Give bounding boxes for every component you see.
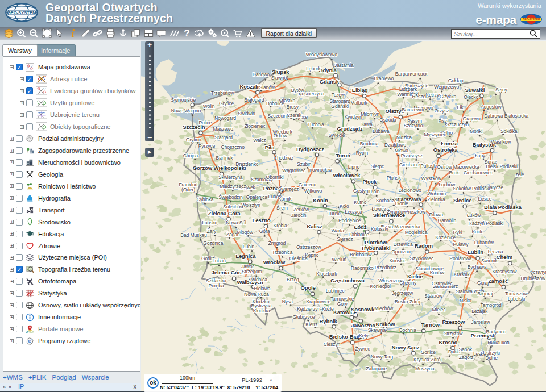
- svg-text:Szydłowiec: Szydłowiec: [410, 256, 434, 261]
- svg-text:Drzewica: Drzewica: [393, 241, 413, 247]
- svg-text:Lubartów: Lubartów: [474, 240, 494, 245]
- svg-text:GEO-SYSTEM: GEO-SYSTEM: [523, 18, 540, 21]
- svg-text:Koniecpol: Koniecpol: [370, 283, 391, 289]
- svg-text:Myszyniec: Myszyniec: [424, 132, 447, 137]
- svg-text:Gniezno: Gniezno: [299, 182, 316, 187]
- svg-text:Łochów: Łochów: [439, 182, 456, 187]
- svg-text:Kędzierzyn-Koźle: Kędzierzyn-Koźle: [297, 306, 334, 312]
- svg-text:Mońki: Mońki: [470, 128, 482, 134]
- svg-text:Koluszki: Koluszki: [371, 226, 388, 232]
- svg-text:Góra: Góra: [259, 228, 270, 234]
- svg-text:Lubliniec: Lubliniec: [326, 288, 345, 294]
- svg-text:Drezdenko: Drezdenko: [235, 161, 259, 167]
- svg-text:Koło: Koło: [340, 203, 349, 209]
- svg-text:Giżycko: Giżycko: [440, 94, 457, 99]
- svg-text:Kozienice: Kozienice: [435, 235, 456, 240]
- svg-text:Brzeg: Brzeg: [287, 277, 299, 282]
- svg-text:Kęty: Kęty: [359, 333, 369, 339]
- svg-text:Zakopane: Zakopane: [366, 366, 387, 372]
- svg-text:Kłodzka: Kłodzka: [253, 308, 270, 314]
- svg-text:Bełchatów: Bełchatów: [350, 252, 372, 257]
- svg-text:Krobia: Krobia: [274, 223, 287, 228]
- svg-text:Nowa Ruda: Nowa Ruda: [244, 291, 269, 297]
- svg-text:Żary: Żary: [207, 228, 217, 234]
- svg-text:Złocieniec: Złocieniec: [244, 123, 266, 129]
- svg-text:Włocławek: Włocławek: [333, 172, 361, 178]
- svg-text:zele: zele: [515, 172, 524, 177]
- svg-text:Żmigród: Żmigród: [268, 240, 286, 246]
- svg-text:Działdowo: Działdowo: [384, 142, 407, 148]
- svg-text:Sejny: Sejny: [495, 87, 508, 93]
- svg-text:Augustów: Augustów: [481, 104, 502, 110]
- svg-text:Jarosław: Jarosław: [471, 319, 491, 325]
- svg-text:Świnoujście: Świnoujście: [171, 97, 196, 103]
- svg-text:Ostróda: Ostróda: [379, 117, 396, 123]
- svg-text:Przedbórz: Przedbórz: [375, 265, 396, 270]
- svg-text:Żagań: Żagań: [226, 232, 240, 237]
- svg-text:Inowrocław: Inowrocław: [308, 167, 332, 173]
- svg-text:Nidzica: Nidzica: [396, 135, 412, 140]
- svg-text:Jelenia Góra: Jelenia Góra: [212, 269, 244, 276]
- svg-text:Lubań: Lubań: [212, 258, 226, 264]
- svg-text:Suwałki: Suwałki: [465, 87, 485, 93]
- svg-text:Kwidzyn: Kwidzyn: [345, 114, 362, 120]
- svg-text:Ciechanowiec: Ciechanowiec: [464, 170, 494, 176]
- svg-text:Krasnystaw: Krasnystaw: [492, 269, 517, 274]
- svg-text:Puławy: Puławy: [453, 241, 469, 247]
- svg-text:Radomsko: Radomsko: [351, 265, 374, 271]
- svg-text:Łęczna: Łęczna: [488, 249, 503, 255]
- svg-text:Gozdnica: Gozdnica: [203, 240, 223, 246]
- svg-text:Ostrowiec: Ostrowiec: [432, 281, 453, 286]
- svg-text:Gryfino: Gryfino: [186, 137, 201, 143]
- svg-text:Śrem: Śrem: [276, 205, 288, 211]
- svg-text:Nowogard: Nowogard: [214, 115, 236, 121]
- svg-text:Miechów: Miechów: [374, 306, 394, 311]
- svg-text:Kielce: Kielce: [407, 273, 423, 280]
- svg-text:Sławno: Sławno: [271, 75, 287, 81]
- svg-text:Szubin: Szubin: [297, 161, 312, 167]
- svg-text:Устилуг: Устилуг: [531, 269, 546, 275]
- svg-text:Słupsk: Słupsk: [272, 69, 289, 75]
- svg-text:GEO-SYSTEM: GEO-SYSTEM: [7, 10, 36, 15]
- svg-text:Sanok: Sanok: [458, 347, 472, 352]
- svg-text:Krosno: Krosno: [439, 339, 458, 345]
- svg-text:Tuchola: Tuchola: [307, 122, 324, 127]
- svg-text:Wyszków: Wyszków: [421, 176, 442, 181]
- svg-text:Wolin: Wolin: [203, 103, 215, 109]
- svg-text:Wasilków: Wasilków: [491, 139, 511, 145]
- svg-text:Grajewo: Grajewo: [463, 116, 481, 122]
- svg-text:Żerków: Żerków: [293, 207, 309, 212]
- svg-text:Kunów: Kunów: [430, 270, 445, 276]
- svg-text:Ostrów Mazowiecka: Ostrów Mazowiecka: [437, 164, 479, 170]
- svg-text:Łuków: Łuków: [467, 212, 481, 218]
- svg-text:Trzebiatów: Trzebiatów: [211, 90, 234, 96]
- svg-text:Władysławowo: Władysławowo: [306, 52, 337, 57]
- svg-text:Busko-Zdrój: Busko-Zdrój: [395, 299, 420, 305]
- svg-text:Brok: Brok: [449, 170, 459, 176]
- svg-text:Kluczbork: Kluczbork: [316, 271, 337, 277]
- svg-text:Ostrzeszów: Ostrzeszów: [296, 244, 321, 250]
- svg-text:Bobolice: Bobolice: [266, 101, 284, 106]
- svg-text:Reszel: Reszel: [412, 94, 427, 99]
- svg-text:Gdański: Gdański: [331, 103, 349, 109]
- svg-text:Cieszyn: Cieszyn: [324, 341, 341, 347]
- svg-text:Turek: Turek: [328, 211, 340, 216]
- svg-text:Biała Podlaska: Biała Podlaska: [484, 204, 522, 210]
- svg-text:Czersk: Czersk: [287, 112, 302, 118]
- svg-text:Nisko: Nisko: [460, 298, 471, 303]
- svg-text:Sokołów Podlaski: Sokołów Podlaski: [453, 186, 490, 191]
- svg-text:Ciechanów: Ciechanów: [399, 162, 423, 168]
- svg-text:Lubelski: Lubelski: [508, 296, 526, 302]
- svg-text:Bielawa: Bielawa: [254, 286, 270, 291]
- svg-text:Pasym: Pasym: [407, 118, 422, 124]
- svg-text:Płock: Płock: [362, 178, 377, 185]
- svg-text:Elbląg: Elbląg: [352, 87, 368, 93]
- svg-text:Poddębice: Poddębice: [338, 218, 361, 223]
- svg-text:Sierpc: Sierpc: [371, 164, 384, 169]
- svg-text:Dąbrowa Białostocka: Dąbrowa Białostocka: [484, 113, 528, 119]
- svg-text:Lubawa: Lubawa: [373, 128, 390, 134]
- svg-text:Swarzędz: Swarzędz: [278, 186, 299, 192]
- svg-text:Malbork: Malbork: [350, 100, 367, 106]
- svg-text:Brodnica: Brodnica: [360, 141, 379, 147]
- svg-text:Więcbork: Więcbork: [272, 129, 292, 135]
